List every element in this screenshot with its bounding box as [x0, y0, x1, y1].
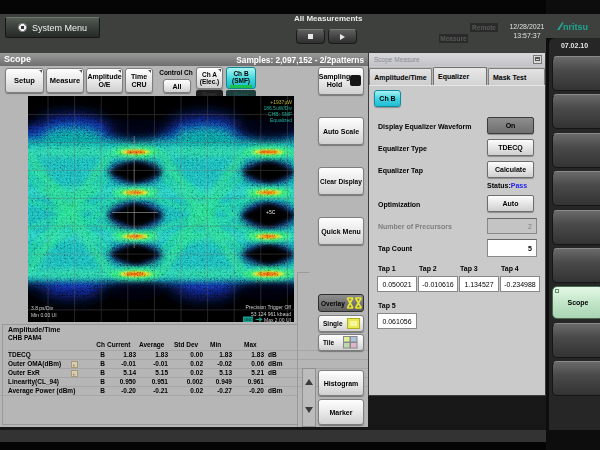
svg-text:GND: GND [244, 317, 253, 322]
svg-text:53 124 961 kbaud: 53 124 961 kbaud [251, 311, 291, 317]
svg-text:Max 2.00 UI: Max 2.00 UI [264, 317, 291, 322]
svg-text:Precision Trigger Off: Precision Trigger Off [246, 304, 292, 310]
svg-text:Equalized: Equalized [270, 117, 292, 123]
svg-text:3.8 ps/Div: 3.8 ps/Div [31, 305, 54, 311]
svg-text:nritsu: nritsu [563, 22, 588, 32]
svg-text:+5C: +5C [266, 209, 276, 215]
svg-text:Min 0.00 UI: Min 0.00 UI [31, 312, 57, 318]
